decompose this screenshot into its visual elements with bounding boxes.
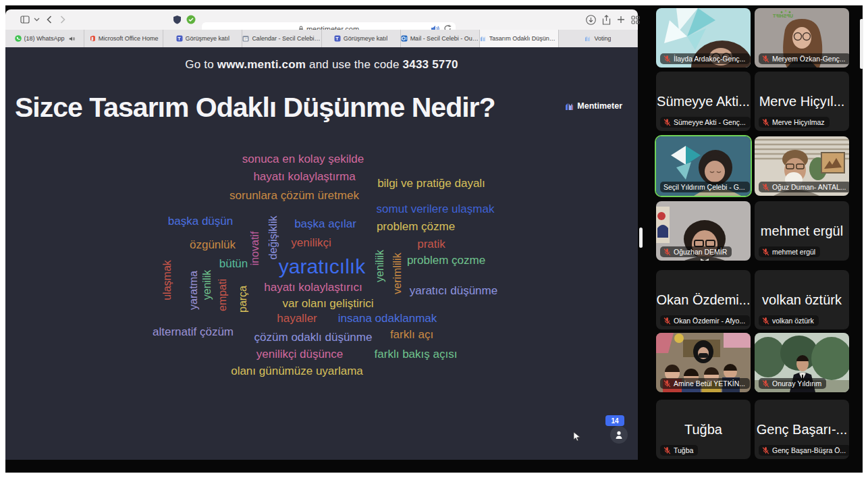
participant-tile[interactable]: Merve Hiçyıl...Merve Hiçyılmaz: [755, 72, 849, 131]
tab-label: Görüşmeye katıl: [186, 35, 230, 42]
mic-muted-icon: [762, 184, 769, 191]
word-cloud-word: hayatı kolaylaştırma: [253, 170, 355, 184]
participant-name: Oğuz Duman- ANTAL...: [772, 183, 846, 191]
forward-button[interactable]: [58, 9, 67, 30]
shield-extension-icon[interactable]: [171, 9, 182, 30]
participant-tile[interactable]: Genç Başarı-...Genç Başarı-Büşra Ö...: [755, 400, 849, 459]
participant-name: Meryem Özkan-Genç...: [772, 55, 846, 63]
browser-tab-3[interactable]: Görüşmeye katıl: [163, 30, 242, 47]
sidebar-toggle-button[interactable]: [20, 9, 30, 30]
download-icon[interactable]: [585, 9, 597, 30]
participant-tile[interactable]: Sümeyye Akti...Sümeyye Akti - Genç...: [656, 72, 751, 131]
browser-tab-7[interactable]: Tasarım Odaklı Düşünme?...: [480, 30, 559, 47]
browser-tab-6[interactable]: Mail - Secil Celebi - Outlo...: [401, 30, 480, 47]
participant-name: volkan öztürk: [772, 317, 814, 325]
participant-name-label: Oğuz Duman- ANTAL...: [759, 182, 849, 192]
word-cloud-word: yenilikçi: [291, 236, 331, 250]
tab-overview-button[interactable]: [629, 9, 641, 30]
browser-tab-1[interactable]: (18) WhatsApp: [5, 30, 84, 47]
teams-favicon-icon: [176, 35, 183, 42]
word-cloud-word: pratik: [417, 238, 445, 251]
browser-tab-8[interactable]: Voting: [559, 30, 638, 47]
mic-muted-icon: [762, 380, 769, 388]
participant-tile[interactable]: Seçil Yıldırım Çelebi - G...: [656, 136, 751, 196]
word-cloud-word: ulaşmak: [161, 260, 173, 300]
participant-tile[interactable]: Oğuzhan DEMİR: [656, 201, 751, 261]
mic-muted-icon: [762, 55, 769, 63]
participant-name: mehmet ergül: [772, 248, 815, 256]
join-url: www.menti.com: [217, 58, 306, 71]
word-cloud-word: başka düşün: [168, 215, 233, 228]
participant-name: Onuray Yıldırım: [772, 379, 821, 388]
word-cloud-word: somut verilere ulaşmak: [377, 203, 495, 216]
participant-name-label: Seçil Yıldırım Çelebi - G...: [660, 182, 750, 192]
slide-title: Sizce Tasarım Odaklı Düşünme Nedir?: [15, 92, 555, 124]
office-favicon-icon: [89, 35, 96, 42]
calendar-favicon-icon: 17: [242, 35, 249, 42]
outlook-favicon-icon: [401, 35, 408, 42]
participant-name-label: volkan öztürk: [759, 315, 819, 326]
participant-tile[interactable]: Onuray Yıldırım: [755, 333, 849, 392]
word-cloud-word: hayaller: [277, 312, 317, 325]
join-code: 3433 5770: [403, 58, 458, 71]
word-cloud-word: inovatif: [249, 232, 261, 266]
participant-name: Okan Özdemir - Afyo...: [674, 317, 745, 325]
participant-tile[interactable]: İlayda Ardakoç-Genç...: [656, 8, 751, 68]
participant-name-label: mehmet ergül: [759, 246, 820, 257]
mic-muted-icon: [663, 248, 671, 256]
mentimeter-brand-label: Mentimeter: [577, 101, 622, 111]
word-cloud-word: sonuca en kolay şekilde: [242, 153, 364, 166]
mic-muted-icon: [762, 317, 769, 325]
participant-tile[interactable]: TuğbaTuğba: [656, 400, 751, 459]
browser-toolbar: mentimeter.com: [5, 9, 638, 30]
join-instruction: Go to www.menti.com and use the code 343…: [5, 58, 638, 72]
participant-tile[interactable]: Okan Özdemi...Okan Özdemir - Afyo...: [656, 270, 751, 329]
participant-tile[interactable]: Oğuz Duman- ANTAL...: [755, 136, 849, 196]
word-cloud-word: yenilikçi düşünce: [256, 348, 344, 361]
word-cloud-word: sorunlara çözüm üretmek: [229, 189, 359, 203]
tab-label: Calendar - Secil Celebi -...: [252, 35, 321, 42]
participant-name-label: Onuray Yıldırım: [759, 378, 826, 389]
chevron-down-icon[interactable]: [32, 9, 40, 30]
adguard-extension-icon[interactable]: [186, 9, 196, 30]
participant-name: İlayda Ardakoç-Genç...: [674, 55, 745, 63]
word-cloud-word: çözüm odaklı düşünme: [254, 331, 373, 344]
mentimeter-favicon-icon: [480, 35, 487, 42]
whatsapp-favicon-icon: [15, 35, 22, 42]
word-cloud-word: empati: [217, 279, 229, 311]
browser-tab-4[interactable]: 17Calendar - Secil Celebi -...: [242, 30, 321, 47]
participant-tile[interactable]: mehmet ergülmehmet ergül: [755, 201, 849, 261]
browser-tab-2[interactable]: Microsoft Office Home: [84, 30, 163, 47]
back-button[interactable]: [45, 9, 54, 30]
participant-name-label: Amine Betül YETKİN...: [660, 378, 750, 389]
gallery-scrollbar[interactable]: [860, 19, 863, 69]
join-prefix: Go to: [185, 58, 217, 71]
word-cloud-word: verimlilik: [391, 253, 404, 294]
participant-name-label: Sümeyye Akti - Genç...: [660, 117, 751, 128]
mic-muted-icon: [663, 447, 671, 454]
browser-scrollbar[interactable]: [639, 228, 643, 248]
participant-count-button[interactable]: [610, 426, 628, 444]
participant-name-label: Meryem Özkan-Genç...: [759, 53, 849, 64]
share-icon[interactable]: [600, 9, 612, 30]
word-cloud-word: özgünlük: [190, 238, 236, 252]
word-cloud-word: bütün: [219, 257, 248, 271]
word-cloud-word: hayatı kolaylaştırıcı: [264, 281, 362, 294]
mic-muted-icon: [663, 317, 671, 325]
participant-tile[interactable]: Amine Betül YETKİN...: [656, 333, 751, 392]
tab-label: Tasarım Odaklı Düşünme?...: [489, 35, 558, 42]
new-tab-button[interactable]: [615, 9, 627, 30]
participant-name: Tuğba: [674, 446, 693, 454]
word-cloud-word: yaratıcılık: [279, 255, 365, 278]
browser-tab-bar: (18) WhatsAppMicrosoft Office HomeGörüşm…: [5, 30, 638, 47]
participant-tile[interactable]: UPSHIFTMeryem Özkan-Genç...: [755, 8, 849, 68]
word-cloud-word: değişiklik: [267, 216, 279, 260]
mic-muted-icon: [762, 248, 769, 256]
word-cloud-word: parça: [237, 286, 249, 313]
svg-text:UPSHIFT: UPSHIFT: [772, 14, 793, 18]
participant-name-label: Genç Başarı-Büşra Ö...: [759, 445, 849, 456]
word-cloud-word: problem çozme: [407, 254, 485, 267]
participant-tile[interactable]: volkan öztürkvolkan öztürk: [755, 270, 849, 329]
browser-tab-5[interactable]: Görüşmeye katıl: [322, 30, 401, 47]
word-cloud-word: yenilik: [201, 270, 213, 300]
